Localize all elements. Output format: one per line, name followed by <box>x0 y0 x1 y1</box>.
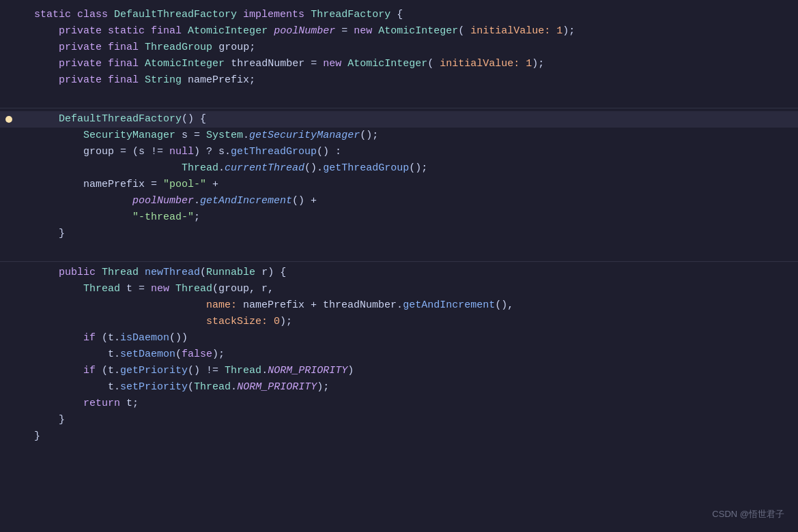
code-line-26: } <box>0 428 798 445</box>
code-line-14: } <box>0 226 798 242</box>
code-line-25: } <box>0 412 798 428</box>
code-line-20: if (t.isDaemon()) <box>0 330 798 346</box>
code-line-5: private final String namePrefix; <box>0 72 798 89</box>
code-line-2: private static final AtomicInteger poolN… <box>0 23 798 40</box>
code-line-12: poolNumber.getAndIncrement() + <box>0 193 798 209</box>
section-divider-2 <box>0 261 798 262</box>
code-line-9: group = (s != null) ? s.getThreadGroup()… <box>0 144 798 160</box>
code-line-10: Thread.currentThread().getThreadGroup(); <box>0 160 798 177</box>
code-editor: static class DefaultThreadFactory implem… <box>0 0 798 532</box>
code-line-1: static class DefaultThreadFactory implem… <box>0 7 798 23</box>
section-divider <box>0 108 798 108</box>
code-line-4: private final AtomicInteger threadNumber… <box>0 56 798 72</box>
code-line-18: name: namePrefix + threadNumber.getAndIn… <box>0 297 798 314</box>
code-line-15 <box>0 242 798 258</box>
code-line-7: DefaultThreadFactory() { <box>0 111 798 128</box>
code-line-19: stackSize: 0); <box>0 314 798 330</box>
code-line-11: namePrefix = "pool-" + <box>0 177 798 193</box>
code-line-16: public Thread newThread(Runnable r) { <box>0 265 798 281</box>
code-line-21: t.setDaemon(false); <box>0 346 798 363</box>
code-line-22: if (t.getPriority() != Thread.NORM_PRIOR… <box>0 363 798 379</box>
code-line-17: Thread t = new Thread(group, r, <box>0 281 798 297</box>
code-line-8: SecurityManager s = System.getSecurityMa… <box>0 128 798 144</box>
code-line-23: t.setPriority(Thread.NORM_PRIORITY); <box>0 379 798 396</box>
code-line-24: return t; <box>0 396 798 412</box>
code-line-13: "-thread-"; <box>0 209 798 226</box>
code-line-3: private final ThreadGroup group; <box>0 40 798 56</box>
code-line-6 <box>0 89 798 105</box>
watermark: CSDN @悟世君子 <box>712 507 784 522</box>
